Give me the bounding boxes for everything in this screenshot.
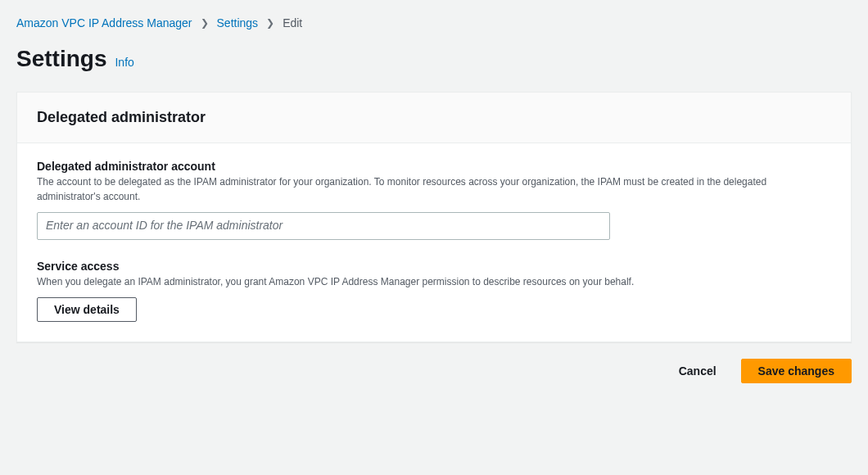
breadcrumb: Amazon VPC IP Address Manager ❯ Settings… <box>16 16 852 29</box>
breadcrumb-link-settings[interactable]: Settings <box>217 16 259 29</box>
panel-header: Delegated administrator <box>17 93 851 143</box>
chevron-right-icon: ❯ <box>266 17 274 29</box>
panel-body: Delegated administrator account The acco… <box>17 143 851 342</box>
delegated-admin-panel: Delegated administrator Delegated admini… <box>16 92 852 342</box>
service-access-description: When you delegate an IPAM administrator,… <box>37 274 831 289</box>
view-details-button[interactable]: View details <box>37 297 137 322</box>
cancel-button[interactable]: Cancel <box>662 359 733 383</box>
save-button[interactable]: Save changes <box>741 359 852 383</box>
panel-title: Delegated administrator <box>37 109 831 126</box>
page-title: Settings <box>16 46 106 72</box>
delegated-account-label: Delegated administrator account <box>37 160 831 173</box>
breadcrumb-current: Edit <box>283 16 302 29</box>
page-header: Settings Info <box>16 46 852 72</box>
delegated-account-field: Delegated administrator account The acco… <box>37 160 831 240</box>
info-link[interactable]: Info <box>115 56 133 69</box>
delegated-account-input[interactable] <box>37 212 610 240</box>
delegated-account-description: The account to be delegated as the IPAM … <box>37 174 831 204</box>
breadcrumb-link-ipam[interactable]: Amazon VPC IP Address Manager <box>16 16 192 29</box>
chevron-right-icon: ❯ <box>201 17 209 29</box>
service-access-field: Service access When you delegate an IPAM… <box>37 260 831 322</box>
service-access-label: Service access <box>37 260 831 273</box>
footer-actions: Cancel Save changes <box>16 359 852 383</box>
